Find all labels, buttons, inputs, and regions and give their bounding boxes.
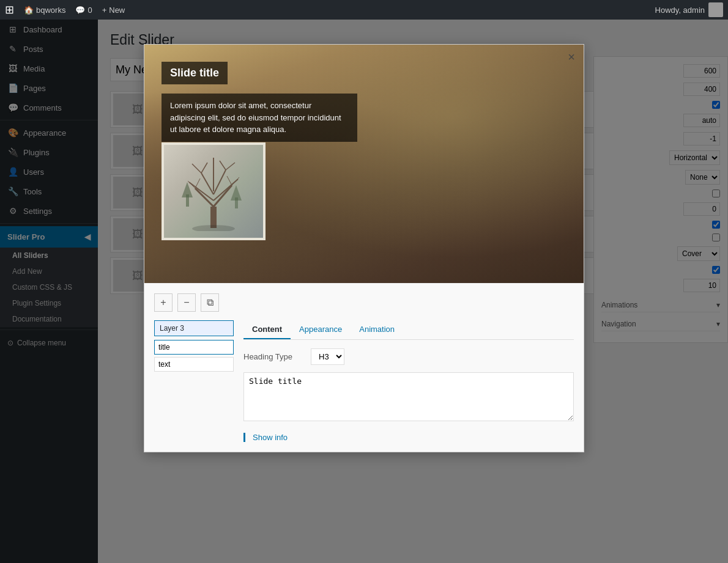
adminbar-comments[interactable]: 💬 0 — [75, 6, 92, 15]
home-icon: 🏠 — [24, 6, 34, 15]
content-textarea[interactable]: Slide title — [243, 372, 574, 421]
tree-image — [177, 152, 250, 231]
heading-type-label: Heading Type — [243, 352, 305, 361]
plus-icon: + — [102, 6, 107, 15]
layer-text-input[interactable] — [154, 357, 234, 372]
modal-content-area: Layer 3 Content Appearance Animat — [154, 320, 574, 442]
show-info-link[interactable]: Show info — [253, 433, 288, 442]
svg-line-1 — [195, 188, 214, 207]
svg-line-14 — [232, 177, 239, 185]
svg-line-3 — [189, 182, 214, 201]
tab-appearance[interactable]: Appearance — [291, 320, 351, 339]
layer-text-field — [154, 357, 234, 372]
svg-line-5 — [201, 173, 214, 194]
layer-name: Layer 3 — [160, 324, 228, 333]
svg-line-9 — [220, 161, 226, 170]
svg-line-8 — [201, 163, 207, 173]
svg-marker-20 — [231, 185, 242, 201]
comment-icon: 💬 — [75, 6, 85, 15]
adminbar-site-name[interactable]: 🏠 bqworks — [24, 6, 65, 15]
duplicate-layer-button[interactable]: ⧉ — [201, 293, 219, 312]
modal: × Slide title Lorem ipsum dolor sit amet… — [144, 44, 584, 452]
svg-line-10 — [226, 163, 235, 170]
modal-tabs: Content Appearance Animation — [243, 320, 574, 340]
admin-bar: ⊞ 🏠 bqworks 💬 0 + New Howdy, admin — [0, 0, 728, 20]
remove-layer-button[interactable]: − — [177, 293, 196, 312]
modal-close-button[interactable]: × — [568, 51, 575, 63]
modal-overlay: × Slide title Lorem ipsum dolor sit amet… — [0, 20, 728, 563]
svg-rect-0 — [210, 207, 217, 228]
adminbar-user: Howdy, admin — [655, 2, 723, 17]
modal-form-area: Content Appearance Animation Heading Typ… — [243, 320, 574, 442]
heading-type-row: Heading Type H1 H2 H3 H4 H5 H6 p — [243, 348, 574, 365]
heading-type-select[interactable]: H1 H2 H3 H4 H5 H6 p — [311, 348, 344, 365]
svg-point-16 — [192, 225, 235, 231]
layer-title-field — [154, 340, 234, 355]
slide-image-overlay — [162, 142, 266, 240]
user-avatar — [708, 2, 723, 17]
slide-title-overlay: Slide title — [162, 62, 228, 84]
slide-text-overlay: Lorem ipsum dolor sit amet, consectetur … — [162, 94, 357, 142]
layer-title-input[interactable] — [154, 340, 234, 355]
tab-animation[interactable]: Animation — [351, 320, 403, 339]
content-form: Heading Type H1 H2 H3 H4 H5 H6 p — [243, 348, 574, 423]
modal-bottom: + − ⧉ Layer 3 — [144, 283, 584, 452]
slide-preview: Slide title Lorem ipsum dolor sit amet, … — [144, 45, 584, 283]
adminbar-new[interactable]: + New — [102, 6, 125, 15]
layer-item[interactable]: Layer 3 — [154, 320, 234, 336]
tab-content[interactable]: Content — [243, 320, 291, 339]
layer-list: Layer 3 — [154, 320, 234, 442]
add-layer-button[interactable]: + — [154, 293, 173, 312]
wp-logo-icon[interactable]: ⊞ — [5, 3, 14, 17]
modal-toolbar: + − ⧉ — [154, 293, 574, 312]
svg-line-7 — [192, 164, 201, 173]
svg-line-15 — [227, 176, 232, 185]
svg-line-13 — [195, 178, 200, 188]
show-info-area: Show info — [243, 433, 574, 442]
